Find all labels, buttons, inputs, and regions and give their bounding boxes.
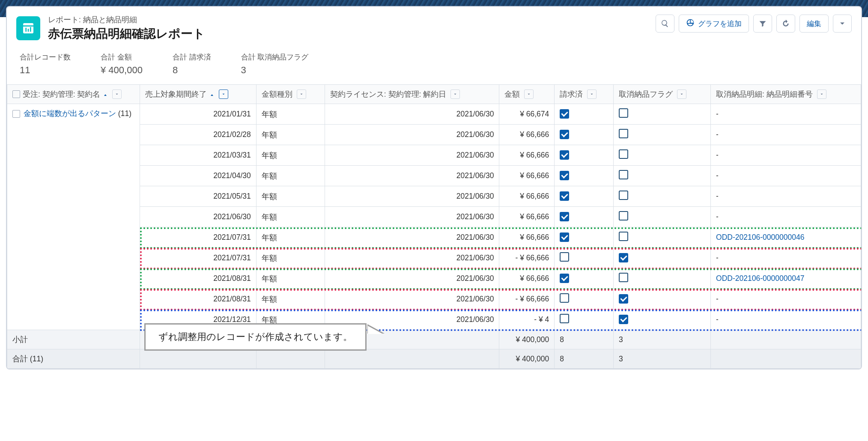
column-header-label: 契約ライセンス: 契約管理: 解約日 [330, 89, 446, 99]
filter-icon [758, 19, 767, 28]
report-card: レポート: 納品と納品明細 赤伝票納品明細確認レポート グラフを追加 [6, 6, 862, 369]
cell-billed [555, 207, 614, 227]
column-menu-button[interactable] [587, 89, 597, 99]
report-icon [16, 16, 40, 40]
cell-billed [555, 125, 614, 145]
cell-cancel-flag [614, 145, 711, 166]
refresh-button[interactable] [776, 15, 795, 33]
cell-amount-type: 年額 [256, 268, 325, 289]
billed-checkbox [560, 150, 569, 160]
cell-cancel-date: 2021/06/30 [325, 289, 499, 310]
column-header-cancel-date[interactable]: 契約ライセンス: 契約管理: 解約日 [325, 85, 499, 104]
group-count: (11) [116, 109, 131, 118]
cell-cancel-flag [614, 268, 711, 289]
subtotal-cancel-flag: 3 [614, 330, 711, 349]
cell-cancel-date: 2021/06/30 [325, 125, 499, 145]
cell-amount: - ¥ 66,666 [499, 248, 555, 268]
cell-amount-type: 年額 [256, 125, 325, 145]
cell-cancel-flag [614, 227, 711, 248]
column-header-billed[interactable]: 請求済 [555, 85, 614, 104]
billed-checkbox [560, 232, 569, 242]
header-checkbox[interactable] [12, 90, 20, 98]
column-header-label: 金額種別 [262, 89, 292, 99]
cell-billed [555, 227, 614, 248]
cell-amount-type: 年額 [256, 227, 325, 248]
cancel-flag-checkbox [619, 273, 628, 282]
column-header-amount-type[interactable]: 金額種別 [256, 85, 325, 104]
report-table: 受注: 契約管理: 契約名 売上対象期間終了 [7, 84, 861, 369]
cell-billed [555, 248, 614, 268]
column-header-amount[interactable]: 金額 [499, 85, 555, 104]
cell-amount-type: 年額 [256, 104, 325, 125]
cell-amount: ¥ 66,666 [499, 207, 555, 227]
total-row: 合計 (11) ¥ 400,000 8 3 [7, 349, 861, 369]
column-menu-button[interactable] [524, 89, 534, 99]
column-header-period-end[interactable]: 売上対象期間終了 [140, 85, 257, 104]
column-header-label: 取消納品フラグ [619, 89, 673, 99]
cancel-detail-link[interactable]: ODD-202106-0000000046 [716, 233, 804, 241]
annotation-callout-pointer [367, 324, 385, 334]
cancel-flag-checkbox [619, 211, 628, 220]
cell-amount: - ¥ 66,666 [499, 289, 555, 310]
cell-billed [555, 104, 614, 125]
summary-record-count-value: 11 [20, 65, 71, 76]
column-menu-button[interactable] [297, 89, 306, 99]
cell-cancel-detail-number: - [711, 104, 861, 125]
cell-billed [555, 186, 614, 207]
group-row-checkbox[interactable] [12, 110, 20, 118]
cell-cancel-flag [614, 289, 711, 310]
column-menu-button[interactable] [450, 89, 460, 99]
cell-cancel-date: 2021/06/30 [325, 104, 499, 125]
cancel-flag-checkbox [619, 294, 628, 304]
sort-asc-icon [209, 92, 215, 97]
column-header-cancel-detail-number[interactable]: 取消納品明細: 納品明細番号 [711, 85, 861, 104]
annotation-callout: ずれ調整用のレコードが作成されています。 [144, 323, 367, 351]
cancel-flag-checkbox [619, 191, 628, 200]
search-button[interactable] [656, 15, 674, 33]
cell-amount-type: 年額 [256, 248, 325, 268]
cell-billed [555, 268, 614, 289]
cell-amount: ¥ 66,666 [499, 125, 555, 145]
cell-cancel-flag [614, 166, 711, 186]
chart-icon [686, 18, 695, 27]
add-chart-button[interactable]: グラフを追加 [679, 15, 749, 33]
cell-period-end: 2021/05/31 [140, 186, 257, 207]
refresh-icon [781, 19, 790, 28]
cell-cancel-flag [614, 104, 711, 125]
cell-cancel-detail-number: - [711, 248, 861, 268]
billed-checkbox [560, 252, 569, 262]
cell-amount-type: 年額 [256, 207, 325, 227]
column-menu-button[interactable] [677, 89, 686, 99]
cell-amount-type: 年額 [256, 289, 325, 310]
column-menu-button[interactable] [817, 89, 826, 99]
more-actions-button[interactable] [833, 15, 852, 33]
billed-checkbox [560, 191, 569, 201]
cell-cancel-date: 2021/06/30 [325, 227, 499, 248]
column-menu-button[interactable] [112, 89, 122, 99]
cancel-detail-link[interactable]: ODD-202106-0000000047 [716, 274, 804, 283]
summary-total-billed-value: 8 [173, 65, 211, 76]
column-menu-button[interactable] [219, 89, 228, 99]
summary-record-count-label: 合計レコード数 [20, 52, 71, 62]
cell-cancel-detail-number: - [711, 186, 861, 207]
cancel-flag-checkbox [619, 129, 628, 138]
cell-cancel-date: 2021/06/30 [325, 166, 499, 186]
column-header-cancel-flag[interactable]: 取消納品フラグ [614, 85, 711, 104]
cancel-flag-checkbox [619, 253, 628, 262]
page-title: 赤伝票納品明細確認レポート [48, 26, 205, 42]
summary-total-cancel-flag-value: 3 [241, 65, 309, 76]
cell-amount: - ¥ 4 [499, 310, 555, 330]
report-table-wrap: 受注: 契約管理: 契約名 売上対象期間終了 [7, 84, 861, 369]
cell-cancel-flag [614, 186, 711, 207]
cell-cancel-detail-number: - [711, 207, 861, 227]
cell-period-end: 2021/08/31 [140, 289, 257, 310]
column-header-contract-name[interactable]: 受注: 契約管理: 契約名 [7, 85, 140, 104]
cell-cancel-flag [614, 207, 711, 227]
billed-checkbox [560, 293, 569, 303]
edit-button[interactable]: 編集 [799, 15, 829, 33]
summary-total-cancel-flag-label: 合計 取消納品フラグ [241, 52, 309, 62]
filter-button[interactable] [753, 15, 772, 33]
cell-amount: ¥ 66,666 [499, 145, 555, 166]
cell-billed [555, 310, 614, 330]
group-link[interactable]: 金額に端数が出るパターン [24, 109, 116, 118]
